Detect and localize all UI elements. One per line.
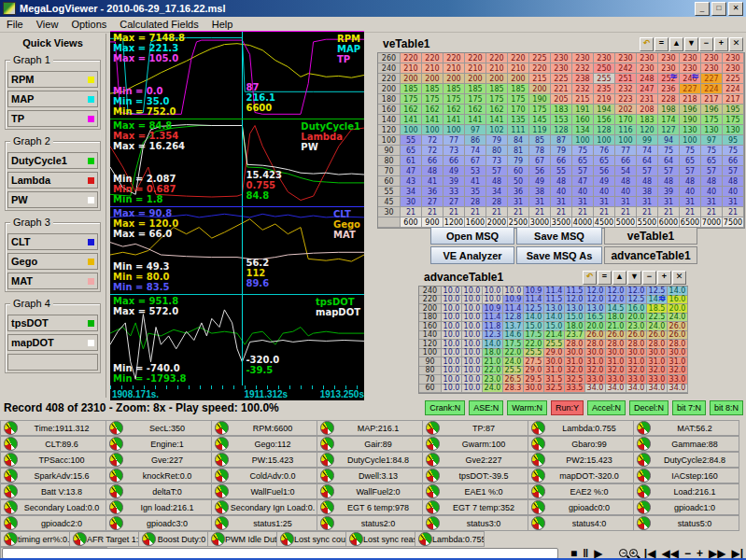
ve-table-cell[interactable]: 175: [486, 94, 508, 105]
ve-table-cell[interactable]: 40: [680, 187, 701, 197]
ve-table-cell[interactable]: 67: [465, 156, 486, 166]
down-icon[interactable]: ▼: [684, 37, 698, 51]
save-msq-as-button[interactable]: Save MSQ As: [516, 246, 602, 264]
ve-table-cell[interactable]: 36: [508, 187, 529, 197]
advance-table-cell[interactable]: 34.0: [626, 385, 647, 394]
graph-4-pane[interactable]: Max = 951.8Max = 572.0Min = -740.0Min = …: [110, 294, 364, 385]
advance-table-cell[interactable]: 10.0: [503, 287, 524, 296]
ve-table-cell[interactable]: 28: [465, 197, 486, 207]
ve-table-cell[interactable]: 215: [572, 94, 594, 105]
gauge-cell-mapdot[interactable]: mapDOT:-320.0: [528, 468, 634, 483]
play-button[interactable]: ▶: [591, 548, 605, 559]
ve-table-cell[interactable]: 57: [637, 166, 658, 176]
ve-table-cell[interactable]: 31: [680, 197, 701, 207]
advance-table-cell[interactable]: 10.0: [462, 385, 483, 394]
sidebar-item-mapdot[interactable]: mapDOT: [7, 334, 98, 351]
gauge-cell-gwarm[interactable]: Gwarm:100: [422, 436, 528, 452]
advance-table-cell[interactable]: 12.5: [626, 296, 647, 305]
ve-table-cell[interactable]: 185: [422, 84, 443, 94]
ve-table-cell[interactable]: 64: [637, 156, 658, 166]
advance-table-cell[interactable]: 10.0: [442, 367, 462, 376]
ve-table-cell[interactable]: 21: [723, 207, 744, 217]
advance-table-cell[interactable]: 14.0: [544, 314, 565, 323]
advance-table-cell[interactable]: 15.0: [524, 322, 544, 331]
gauge-cell-clt[interactable]: CLT:89.6: [0, 436, 106, 452]
advance-table-cell[interactable]: 30.0: [565, 349, 585, 358]
ve-table-cell[interactable]: 48: [701, 176, 723, 187]
advance-table-cell[interactable]: 14.5: [606, 304, 626, 314]
ve-table-cell[interactable]: 86: [465, 135, 486, 146]
down-icon[interactable]: ▼: [627, 271, 641, 285]
gauge-cell-deltat[interactable]: deltaT:0: [106, 483, 212, 499]
ve-table-cell[interactable]: 40: [701, 187, 723, 197]
ve-table-cell[interactable]: 220: [486, 53, 508, 63]
close-icon[interactable]: ✕: [728, 2, 743, 16]
advance-table-cell[interactable]: 14.0: [668, 287, 688, 296]
ve-table-cell[interactable]: 31: [508, 197, 529, 207]
advance-table-cell[interactable]: 29.0: [524, 367, 544, 376]
advance-table-cell[interactable]: 26.0: [585, 331, 606, 341]
gauge-cell-pw[interactable]: PW:15.423: [211, 452, 317, 468]
advance-table-cell[interactable]: 12.0: [606, 296, 626, 305]
advance-table-cell[interactable]: 21.4: [544, 331, 565, 341]
ve-table-cell[interactable]: 48: [723, 176, 744, 187]
menu-file[interactable]: File: [0, 18, 30, 31]
ve-table-cell[interactable]: 49: [529, 176, 551, 187]
ve-table-cell[interactable]: 40: [594, 187, 615, 197]
ve-table-cell[interactable]: 41: [422, 176, 443, 187]
gauge-cell-knockret[interactable]: knockRet:0.0: [106, 468, 212, 483]
ve-table-cell[interactable]: 175: [465, 94, 486, 105]
gauge-cell-status3[interactable]: status3:0: [422, 515, 528, 531]
advance-table-cell[interactable]: 12.8: [503, 314, 524, 323]
ve-table-cell[interactable]: 38: [637, 187, 658, 197]
advance-table-cell[interactable]: 30.0: [647, 349, 668, 358]
advance-table-cell[interactable]: 13.0: [565, 304, 585, 314]
gauge-cell-boost-duty[interactable]: Boost Duty:0: [138, 531, 208, 547]
ve-table-cell[interactable]: 21: [701, 207, 723, 217]
ve-table-cell[interactable]: 73: [443, 146, 465, 156]
advance-table-cell[interactable]: 15.0: [565, 314, 585, 323]
ve-table-cell[interactable]: 227: [701, 74, 723, 84]
gauge-cell-status4[interactable]: status4:0: [528, 515, 634, 531]
gauge-cell-lost-sync-reason[interactable]: Lost sync reason:0: [345, 531, 415, 547]
ve-table-cell[interactable]: 219: [594, 94, 615, 105]
skip-end-button[interactable]: ▶|: [728, 548, 746, 559]
ve-table-cell[interactable]: 183: [551, 105, 572, 115]
menu-help[interactable]: Help: [205, 18, 240, 31]
advance-table-cell[interactable]: 28.3: [503, 385, 524, 394]
ve-table-cell[interactable]: 75: [723, 146, 744, 156]
ve-table-cell[interactable]: 34: [401, 187, 422, 197]
gauge-cell-status5[interactable]: status5:0: [633, 515, 739, 531]
gauge-cell-engine[interactable]: Engine:1: [106, 436, 212, 452]
ve-table-cell[interactable]: 39: [443, 176, 465, 187]
ve-table-cell[interactable]: 54: [615, 166, 637, 176]
sidebar-item-lambda[interactable]: Lambda: [7, 172, 98, 189]
ve-table-cell[interactable]: 75: [701, 146, 723, 156]
gauge-cell-time[interactable]: Time:1911.312: [0, 420, 106, 436]
advance-table-cell[interactable]: 11.4: [524, 296, 544, 305]
ve-table-cell[interactable]: 200: [465, 74, 486, 84]
advance-table-cell[interactable]: 14.0: [524, 314, 544, 323]
sidebar-item-clt[interactable]: CLT: [7, 233, 98, 250]
ve-table-cell[interactable]: 81: [508, 146, 529, 156]
save-msq-button[interactable]: Save MSQ: [516, 227, 602, 245]
sidebar-item-pw[interactable]: PW: [7, 191, 98, 208]
ve-table-cell[interactable]: 134: [572, 125, 594, 135]
ve-table-cell[interactable]: 128: [594, 125, 615, 135]
ve-table-cell[interactable]: 220: [529, 63, 551, 74]
advance-table-cell[interactable]: 28.0: [668, 340, 688, 349]
plus-icon[interactable]: +: [714, 37, 728, 51]
advance-table-cell[interactable]: 33.0: [606, 375, 626, 385]
advance-table-cell[interactable]: 10.0: [442, 331, 462, 341]
ve-table-cell[interactable]: 21: [551, 207, 572, 217]
gauge-cell-gpioadc0[interactable]: gpioadc0:0: [528, 499, 634, 515]
ve-table-cell[interactable]: 40: [615, 187, 637, 197]
ve-table-cell[interactable]: 85: [529, 135, 551, 146]
ve-table-cell[interactable]: 34: [486, 187, 508, 197]
ve-table-cell[interactable]: 31: [615, 197, 637, 207]
table-tab-advancetable1[interactable]: advanceTable1: [604, 246, 697, 264]
advance-table-cell[interactable]: 10.0: [462, 296, 483, 305]
ve-table-cell[interactable]: 230: [594, 53, 615, 63]
ve-table-cell[interactable]: 185: [508, 84, 529, 94]
advance-table-cell[interactable]: 23.0: [626, 322, 647, 331]
